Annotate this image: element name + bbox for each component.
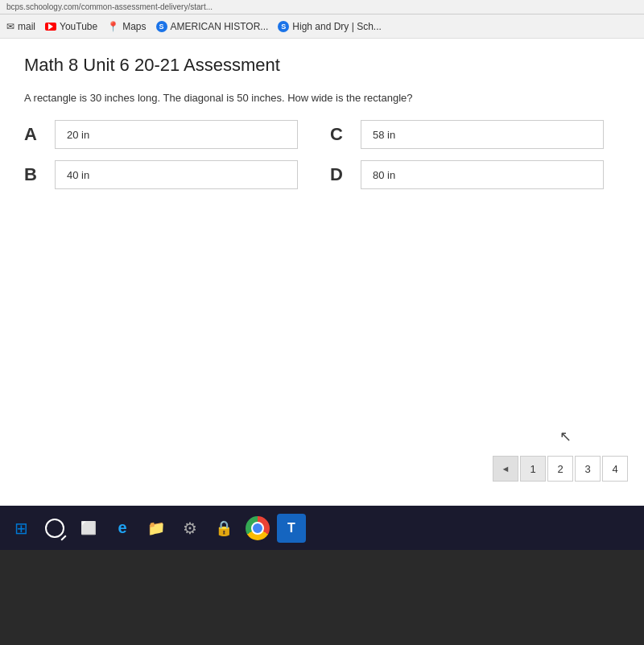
bookmark-american-history[interactable]: S AMERICAN HISTOR...: [156, 21, 269, 32]
schoology-icon-1: S: [156, 21, 167, 32]
pagination-page-4[interactable]: 4: [602, 456, 628, 482]
bookmark-youtube[interactable]: YouTube: [45, 21, 97, 32]
answer-box-a[interactable]: 20 in: [55, 120, 298, 149]
answer-letter-d: D: [330, 164, 353, 185]
answer-row-b[interactable]: B 40 in: [24, 160, 298, 189]
answer-text-d: 80 in: [373, 169, 395, 181]
maps-icon: 📍: [107, 21, 119, 32]
answer-box-d[interactable]: 80 in: [361, 160, 604, 189]
bookmark-maps[interactable]: 📍 Maps: [107, 21, 146, 32]
pagination-page-2[interactable]: 2: [547, 456, 573, 482]
bookmark-mail-label: mail: [18, 21, 35, 32]
chrome-circle-icon: [246, 516, 270, 540]
mail-icon: ✉: [6, 21, 14, 32]
bookmark-youtube-label: YouTube: [60, 21, 97, 32]
question-text: A rectangle is 30 inches long. The diago…: [24, 92, 620, 104]
windows-start-icon[interactable]: ⊞: [6, 514, 35, 543]
taskbar-chrome-icon[interactable]: [243, 514, 272, 543]
bookmark-mail[interactable]: ✉ mail: [6, 21, 35, 32]
pagination-page-1[interactable]: 1: [520, 456, 546, 482]
bookmark-high-dry-label: High and Dry | Sch...: [292, 21, 382, 32]
main-content: Math 8 Unit 6 20-21 Assessment A rectang…: [0, 39, 644, 506]
answer-row-d[interactable]: D 80 in: [330, 160, 604, 189]
pagination-page-3[interactable]: 3: [575, 456, 601, 482]
pagination: ◄ 1 2 3 4: [493, 456, 628, 482]
answer-row-c[interactable]: C 58 in: [330, 120, 604, 149]
taskbar-folder-icon[interactable]: 📁: [142, 514, 171, 543]
answer-text-b: 40 in: [67, 169, 89, 181]
answer-letter-c: C: [330, 124, 353, 145]
taskbar-search-icon[interactable]: [40, 514, 69, 543]
answers-grid: A 20 in C 58 in B 40 in D 80 in: [24, 120, 604, 189]
search-circle-icon: [45, 519, 64, 538]
page-title: Math 8 Unit 6 20-21 Assessment: [24, 55, 620, 76]
youtube-icon: [45, 23, 56, 31]
answer-letter-b: B: [24, 164, 47, 185]
taskbar-app-icon[interactable]: T: [277, 514, 306, 543]
taskbar-lock-icon[interactable]: 🔒: [209, 514, 238, 543]
bookmark-american-history-label: AMERICAN HISTOR...: [171, 21, 269, 32]
cursor-icon: ↖: [559, 428, 572, 445]
answer-text-a: 20 in: [67, 129, 89, 141]
answer-box-c[interactable]: 58 in: [361, 120, 604, 149]
bookmarks-bar: ✉ mail YouTube 📍 Maps S AMERICAN HISTOR.…: [0, 14, 644, 39]
taskbar-task-view-icon[interactable]: ⬜: [74, 514, 103, 543]
pagination-prev-button[interactable]: ◄: [493, 456, 518, 482]
taskbar-edge-icon[interactable]: e: [108, 514, 137, 543]
bookmark-high-dry[interactable]: S High and Dry | Sch...: [278, 21, 382, 32]
answer-box-b[interactable]: 40 in: [55, 160, 298, 189]
taskbar-settings-icon[interactable]: ⚙: [175, 514, 204, 543]
taskbar: ⊞ ⬜ e 📁 ⚙ 🔒 T: [0, 506, 644, 550]
keyboard-area: [0, 550, 644, 645]
answer-text-c: 58 in: [373, 129, 395, 141]
answer-letter-a: A: [24, 124, 47, 145]
address-bar: bcps.schoology.com/common-assessment-del…: [0, 0, 644, 14]
answer-row-a[interactable]: A 20 in: [24, 120, 298, 149]
address-bar-text: bcps.schoology.com/common-assessment-del…: [6, 2, 213, 11]
bookmark-maps-label: Maps: [122, 21, 146, 32]
schoology-icon-2: S: [278, 21, 289, 32]
